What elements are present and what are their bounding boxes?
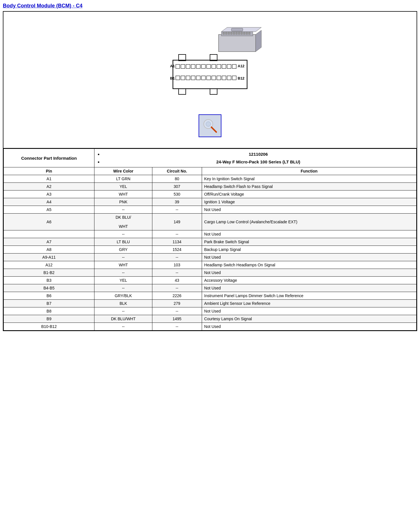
- svg-rect-20: [210, 89, 217, 94]
- cell-pin: [4, 230, 94, 238]
- svg-rect-18: [210, 54, 217, 61]
- svg-rect-11: [246, 32, 248, 35]
- table-row: A7LT BLU1134Park Brake Switch Signal: [4, 238, 417, 246]
- svg-rect-44: [232, 76, 236, 80]
- cell-function: Ignition 1 Voltage: [202, 198, 416, 206]
- cell-pin: B3: [4, 277, 94, 284]
- cell-pin: B4-B5: [4, 284, 94, 292]
- cell-wire: WHT: [94, 261, 152, 269]
- cell-pin: B1-B2: [4, 269, 94, 277]
- cell-pin: A3: [4, 190, 94, 198]
- table-row: B4-B5----Not Used: [4, 284, 417, 292]
- svg-rect-27: [207, 64, 211, 68]
- table-row: B1-B2----Not Used: [4, 269, 417, 277]
- table-row: A5----Not Used: [4, 206, 417, 214]
- table-row: A4PNK39Ignition 1 Voltage: [4, 198, 417, 206]
- cell-function: Not Used: [202, 206, 416, 214]
- table-row: B7BLK279Ambient Light Sensor Low Referen…: [4, 300, 417, 307]
- cell-function: Backup Lamp Signal: [202, 246, 416, 254]
- cell-circuit: 1134: [152, 238, 202, 246]
- svg-rect-35: [186, 76, 190, 80]
- table-row: B3YEL43Accessory Voltage: [4, 277, 417, 284]
- cell-wire: --: [94, 307, 152, 315]
- cell-wire: LT GRN: [94, 175, 152, 183]
- svg-rect-34: [181, 76, 185, 80]
- cell-pin: B9: [4, 315, 94, 323]
- cell-function: Not Used: [202, 230, 416, 238]
- cell-pin: A1: [4, 175, 94, 183]
- table-row: A8GRY1524Backup Lamp Signal: [4, 246, 417, 254]
- cell-pin: A12: [4, 261, 94, 269]
- cell-pin: B10-B12: [4, 323, 94, 331]
- svg-rect-9: [241, 32, 243, 35]
- cell-wire: YEL: [94, 183, 152, 190]
- cell-pin: A2: [4, 183, 94, 190]
- svg-rect-3: [225, 32, 227, 35]
- cell-function: Not Used: [202, 323, 416, 331]
- cell-circuit: 1495: [152, 315, 202, 323]
- svg-rect-21: [176, 64, 180, 68]
- svg-rect-36: [191, 76, 195, 80]
- cell-function: Not Used: [202, 307, 416, 315]
- cell-circuit: 279: [152, 300, 202, 307]
- cell-function: Park Brake Switch Signal: [202, 238, 416, 246]
- svg-rect-31: [227, 64, 231, 68]
- cell-circuit: --: [152, 307, 202, 315]
- magnify-icon[interactable]: [199, 114, 221, 137]
- cell-wire: LT BLU: [94, 238, 152, 246]
- cell-function: Not Used: [202, 269, 416, 277]
- cell-wire: GRY: [94, 246, 152, 254]
- cell-wire: --: [94, 206, 152, 214]
- cell-function: Cargo Lamp Low Control (Avalanche/Escala…: [202, 214, 416, 230]
- page-title: Body Control Module (BCM) - C4: [3, 3, 417, 9]
- svg-rect-15: [231, 28, 243, 31]
- cell-pin: B7: [4, 300, 94, 307]
- svg-text:A1: A1: [170, 64, 175, 68]
- svg-rect-39: [207, 76, 211, 80]
- svg-rect-19: [179, 89, 186, 94]
- svg-rect-10: [243, 32, 245, 35]
- table-row: A2YEL307Headlamp Switch Flash to Pass Si…: [4, 183, 417, 190]
- connector-diagram: A1 A12 B1 B12: [156, 23, 264, 109]
- table-row: ----Not Used: [4, 230, 417, 238]
- cell-function: Accessory Voltage: [202, 277, 416, 284]
- cell-function: Not Used: [202, 284, 416, 292]
- svg-rect-42: [222, 76, 226, 80]
- svg-rect-37: [196, 76, 200, 80]
- table-row: B10-B12----Not Used: [4, 323, 417, 331]
- cell-circuit: --: [152, 254, 202, 261]
- svg-rect-26: [201, 64, 205, 68]
- table-row: A1LT GRN80Key In Ignition Switch Signal: [4, 175, 417, 183]
- table-row: B8----Not Used: [4, 307, 417, 315]
- cell-function: Key In Ignition Switch Signal: [202, 175, 416, 183]
- cell-circuit: 43: [152, 277, 202, 284]
- part-number: 12110206: [102, 150, 414, 158]
- connector-table: Connector Part Information 12110206 24-W…: [3, 149, 417, 331]
- cell-function: Headlamp Switch Headlamps On Signal: [202, 261, 416, 269]
- cell-function: Headlamp Switch Flash to Pass Signal: [202, 183, 416, 190]
- cell-pin: A9-A11: [4, 254, 94, 261]
- cell-wire: DK BLU/WHT: [94, 214, 152, 230]
- table-row: B6GRY/BLK2226Instrument Panel Lamps Dimm…: [4, 292, 417, 300]
- cell-circuit: 530: [152, 190, 202, 198]
- cell-wire: YEL: [94, 277, 152, 284]
- table-row: A9-A11----Not Used: [4, 254, 417, 261]
- cell-circuit: --: [152, 206, 202, 214]
- cell-wire: --: [94, 323, 152, 331]
- table-row: A3WHT530Off/Run/Crank Voltage: [4, 190, 417, 198]
- outer-border: A1 A12 B1 B12 Connector Part Information: [3, 11, 417, 331]
- cell-circuit: 2226: [152, 292, 202, 300]
- svg-rect-4: [228, 32, 230, 35]
- table-row: B9DK BLU/WHT1495Courtesy Lamps On Signal: [4, 315, 417, 323]
- cell-pin: A4: [4, 198, 94, 206]
- header-function: Function: [202, 167, 416, 175]
- cell-circuit: 307: [152, 183, 202, 190]
- cell-circuit: 1524: [152, 246, 202, 254]
- cell-function: Courtesy Lamps On Signal: [202, 315, 416, 323]
- svg-rect-2: [223, 32, 225, 35]
- header-circuit: Circuit No.: [152, 167, 202, 175]
- table-row: A12WHT103Headlamp Switch Headlamps On Si…: [4, 261, 417, 269]
- cell-wire: --: [94, 230, 152, 238]
- cell-wire: --: [94, 269, 152, 277]
- svg-rect-5: [231, 32, 232, 35]
